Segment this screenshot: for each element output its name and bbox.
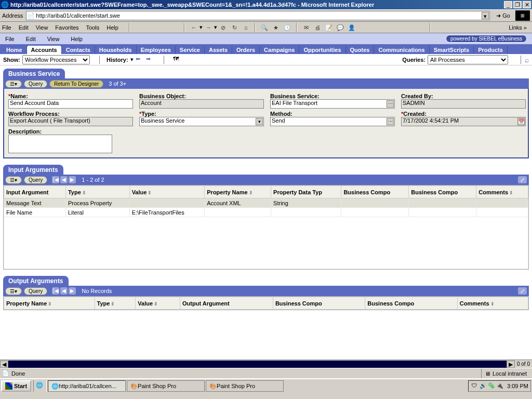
in-col-bc2[interactable]: Business Compo [409, 186, 476, 198]
edit-button[interactable]: 📝 [324, 23, 334, 32]
ie-menu-view[interactable]: View [36, 24, 48, 31]
hscroll-left-icon[interactable]: ◀ [0, 361, 8, 368]
in-nav-first-icon[interactable]: |◀ [52, 176, 59, 183]
tray-icon[interactable]: 🦠 [488, 382, 495, 390]
sort-icon[interactable]: ⇕ [490, 301, 495, 307]
method-picker-icon[interactable]: ⋯ [387, 118, 394, 125]
tab-service[interactable]: Service [176, 46, 205, 54]
stop-button[interactable]: ⊘ [218, 23, 228, 32]
bs-return-button[interactable]: Return To Designer [49, 80, 103, 88]
in-col-input-argument[interactable]: Input Argument [4, 186, 66, 198]
tab-employees[interactable]: Employees [137, 46, 176, 54]
table-row[interactable]: Message TextProcess PropertyAccount XMLS… [4, 198, 528, 208]
in-col-type[interactable]: Type⇕ [65, 186, 129, 198]
in-col-property-name[interactable]: Property Name⇕ [205, 186, 271, 198]
out-col-type[interactable]: Type⇕ [95, 297, 136, 310]
tab-opportunities[interactable]: Opportunities [299, 46, 345, 54]
tab-communications[interactable]: Communications [374, 46, 429, 54]
close-button[interactable]: ✕ [523, 1, 531, 8]
in-col-bc1[interactable]: Business Compo [341, 186, 409, 198]
back-dd[interactable]: ▾ [200, 24, 203, 31]
query-icon[interactable]: ⌕ [525, 56, 529, 64]
svc-field[interactable]: EAI File Transport⋯ [270, 99, 395, 109]
sort-icon[interactable]: ⇕ [48, 301, 52, 307]
table-row[interactable] [4, 217, 528, 269]
sort-icon[interactable]: ⇕ [111, 301, 115, 307]
in-menu-button[interactable]: ☰▾ [5, 176, 22, 184]
history-dropdown-icon[interactable]: ▾ [130, 56, 134, 63]
history-button[interactable]: 🕓 [283, 23, 292, 32]
clock[interactable]: 3:09 PM [507, 383, 528, 389]
messenger-button[interactable]: 👤 [347, 23, 356, 32]
start-button[interactable]: Start [1, 380, 31, 392]
tray-icon[interactable]: 🔊 [480, 382, 487, 390]
created-calendar-icon[interactable]: 📅 [517, 118, 525, 125]
table-row[interactable]: File NameLiteralE:\FileTransportFiles [4, 208, 528, 217]
tab-smartscripts[interactable]: SmartScripts [430, 46, 474, 54]
sort-icon[interactable]: ⇕ [509, 190, 513, 195]
in-col-value[interactable]: Value⇕ [129, 186, 205, 198]
tab-orders[interactable]: Orders [232, 46, 260, 54]
out-nav-next-icon[interactable]: ▶ [69, 287, 76, 295]
sort-icon[interactable]: ⇕ [154, 301, 158, 307]
sort-icon[interactable]: ⇕ [82, 190, 86, 195]
fwd-dd[interactable]: ▾ [214, 24, 217, 31]
in-query-button[interactable]: Query [24, 176, 47, 184]
sort-icon[interactable]: ⇕ [148, 190, 152, 195]
forward-button[interactable]: → [204, 23, 213, 32]
ie-menu-help[interactable]: Help [107, 24, 118, 31]
back-button[interactable]: ← [189, 23, 198, 32]
svc-picker-icon[interactable]: ⋯ [387, 100, 394, 108]
task-item-psp2[interactable]: 🎨 Paint Shop Pro [206, 380, 284, 392]
siebel-menu-view[interactable]: View [47, 36, 60, 42]
sitemap-icon[interactable]: 🗺 [173, 56, 181, 64]
ie-menu-edit[interactable]: Edit [19, 24, 29, 31]
out-menu-button[interactable]: ☰▾ [5, 287, 22, 295]
tab-campaigns[interactable]: Campaigns [260, 46, 299, 54]
tab-products[interactable]: Products [474, 46, 508, 54]
tray-icon[interactable]: 🔌 [496, 382, 503, 390]
tray-icon[interactable]: 🛡 [471, 382, 478, 390]
in-col-comments[interactable]: Comments⇕ [476, 186, 528, 198]
go-button[interactable]: ➜ Go [493, 12, 513, 19]
print-button[interactable]: 🖨 [313, 23, 322, 32]
tab-accounts[interactable]: Accounts [27, 46, 62, 54]
home-button[interactable]: ⌂ [241, 23, 250, 32]
search-button[interactable]: 🔍 [260, 23, 269, 32]
tab-assets[interactable]: Assets [205, 46, 232, 54]
h-scrollbar[interactable]: ◀ ▶ 0 of 0 [0, 360, 532, 368]
desc-field[interactable] [8, 135, 112, 153]
sort-icon[interactable]: ⇕ [249, 190, 253, 195]
type-dropdown-icon[interactable]: ▾ [256, 118, 263, 125]
show-dropdown[interactable]: Workflow Processes [22, 55, 90, 64]
siebel-menu-file[interactable]: File [5, 36, 15, 42]
links-label[interactable]: Links » [506, 24, 530, 31]
history-fwd-icon[interactable]: ➡ [146, 56, 154, 64]
ie-menu-favorites[interactable]: Favorites [55, 24, 78, 31]
minimize-button[interactable]: _ [504, 1, 512, 8]
siebel-menu-help[interactable]: Help [71, 36, 83, 42]
hscroll-track[interactable] [8, 361, 507, 368]
ie-menu-tools[interactable]: Tools [86, 24, 100, 31]
in-expand-icon[interactable]: ⤢ [518, 176, 527, 183]
siebel-menu-edit[interactable]: Edit [26, 36, 36, 42]
ql-ie-icon[interactable]: 🌐 [36, 382, 44, 390]
discuss-button[interactable]: 💬 [336, 23, 345, 32]
tab-contacts[interactable]: Contacts [62, 46, 95, 54]
in-nav-next-icon[interactable]: ▶ [69, 176, 76, 183]
favorites-button[interactable]: ★ [271, 23, 281, 32]
refresh-button[interactable]: ↻ [230, 23, 239, 32]
bs-query-button[interactable]: Query [24, 80, 47, 88]
queries-dropdown[interactable]: All Processes [428, 55, 508, 64]
tab-households[interactable]: Households [95, 46, 137, 54]
task-item-psp1[interactable]: 🎨 Paint Shop Pro [127, 380, 205, 392]
out-expand-icon[interactable]: ⤢ [518, 287, 527, 295]
out-col-value[interactable]: Value⇕ [136, 297, 180, 310]
out-col-output-argument[interactable]: Output Argument [180, 297, 273, 310]
out-col-comments[interactable]: Comments⇕ [457, 297, 528, 310]
out-nav-prev-icon[interactable]: ◀ [60, 287, 68, 295]
out-query-button[interactable]: Query [24, 287, 47, 295]
address-dropdown[interactable]: ▾ [482, 12, 489, 19]
out-col-bc1[interactable]: Business Compo [273, 297, 365, 310]
mail-button[interactable]: ✉ [301, 23, 311, 32]
